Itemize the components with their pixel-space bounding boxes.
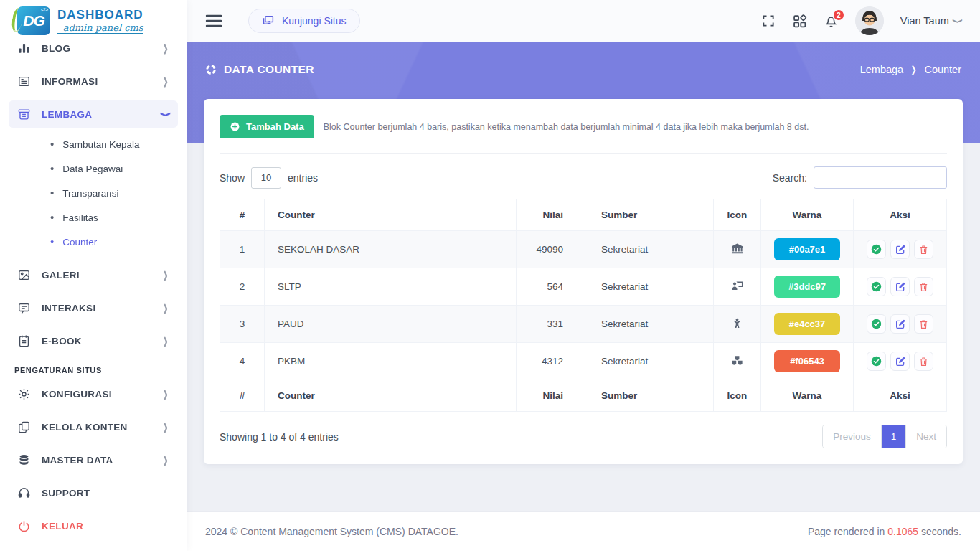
page-length-select[interactable]: 10: [251, 167, 281, 189]
counter-table: # Counter Nilai Sumber Icon Warna Aksi 1…: [220, 199, 947, 412]
approve-button[interactable]: [867, 352, 886, 371]
column-header-nilai[interactable]: Nilai: [517, 199, 588, 231]
cell-counter: SLTP: [265, 268, 517, 306]
column-header-icon[interactable]: Icon: [714, 199, 761, 231]
table-head: # Counter Nilai Sumber Icon Warna Aksi: [220, 199, 947, 231]
delete-button[interactable]: [914, 352, 933, 371]
presenter-icon: [730, 279, 745, 293]
sidebar-item-label: KELUAR: [42, 521, 83, 532]
sidebar-item-label: MASTER DATA: [42, 455, 113, 466]
column-header-counter[interactable]: Counter: [265, 199, 517, 231]
approve-button[interactable]: [867, 240, 886, 259]
fullscreen-icon[interactable]: [761, 14, 776, 28]
logo-mark-icon: DG </>: [17, 6, 50, 35]
edit-button[interactable]: [890, 240, 910, 259]
sidebar-item-galeri[interactable]: GALERI ❯: [9, 261, 178, 288]
hamburger-menu-icon[interactable]: [205, 14, 222, 27]
table-row: 4 PKBM 4312 Sekretariat #f06543: [220, 343, 947, 380]
sidebar-item-label: INTERAKSI: [42, 303, 95, 314]
chevron-right-icon: ❯: [163, 335, 169, 347]
color-badge: #e4cc37: [774, 313, 840, 335]
sidebar-item-ebook[interactable]: E-BOOK ❯: [9, 327, 178, 354]
breadcrumb: Lembaga ❯ Counter: [860, 64, 961, 75]
brand-logo[interactable]: DG </> DASHBOARD admin panel cms: [0, 0, 187, 42]
avatar[interactable]: [855, 6, 884, 35]
search-input[interactable]: [814, 166, 947, 189]
cell-counter: PAUD: [265, 306, 517, 343]
main-content: Tambah Data Blok Counter berjumlah 4 bar…: [187, 99, 980, 464]
pagination-page-1[interactable]: 1: [882, 425, 907, 448]
page-title: DATA COUNTER: [224, 63, 314, 76]
sidebar-item-konfigurasi[interactable]: KONFIGURASI ❯: [9, 380, 178, 408]
user-menu[interactable]: Vian Taum ❯: [900, 15, 961, 27]
submenu-label: Fasilitas: [62, 212, 98, 223]
bar-chart-icon: [17, 42, 31, 55]
card-header: Tambah Data Blok Counter berjumlah 4 bar…: [220, 115, 947, 154]
add-data-button[interactable]: Tambah Data: [220, 115, 314, 138]
breadcrumb-current: Counter: [924, 64, 961, 75]
submenu-item-data-pegawai[interactable]: •Data Pegawai: [0, 156, 187, 181]
delete-button[interactable]: [914, 314, 933, 334]
headset-icon: [17, 486, 31, 500]
page-length-control: Show 10 entries: [220, 167, 318, 189]
sidebar-item-informasi[interactable]: INFORMASI ❯: [9, 67, 178, 95]
power-icon: [17, 519, 31, 533]
pagination-previous[interactable]: Previous: [823, 425, 882, 448]
edit-button[interactable]: [890, 314, 910, 334]
footer-header-sumber: Sumber: [588, 380, 714, 412]
sidebar-item-lembaga[interactable]: LEMBAGA ❯: [9, 100, 178, 128]
copyright-text: 2024 © Content Management System (CMS) D…: [205, 526, 458, 537]
cell-sumber: Sekretariat: [588, 231, 714, 268]
sidebar-item-master-data[interactable]: MASTER DATA ❯: [9, 446, 178, 474]
notifications-bell-icon[interactable]: 2: [824, 14, 839, 29]
sidebar-item-keluar[interactable]: KELUAR: [9, 512, 178, 540]
visit-site-button[interactable]: Kunjungi Situs: [248, 9, 360, 33]
column-header-no[interactable]: #: [220, 199, 265, 231]
pagination-next[interactable]: Next: [906, 425, 946, 448]
university-icon: [730, 242, 744, 255]
column-header-aksi[interactable]: Aksi: [854, 199, 947, 231]
cell-counter: SEKOLAH DASAR: [265, 231, 517, 268]
visit-site-label: Kunjungi Situs: [282, 15, 347, 27]
brand-title: DASHBOARD: [57, 8, 143, 22]
edit-button[interactable]: [890, 352, 910, 371]
submenu-item-sambutan-kepala[interactable]: •Sambutan Kepala: [0, 132, 187, 156]
delete-button[interactable]: [914, 240, 933, 259]
cell-no: 2: [220, 268, 265, 306]
sidebar-item-label: KONFIGURASI: [42, 389, 112, 400]
sidebar-item-kelola-konten[interactable]: KELOLA KONTEN ❯: [9, 413, 178, 441]
chevron-right-icon: ❯: [163, 75, 169, 87]
sidebar-item-label: SUPPORT: [42, 488, 90, 499]
table-row: 2 SLTP 564 Sekretariat #3ddc97: [220, 268, 947, 306]
chat-icon: [17, 301, 31, 315]
edit-button[interactable]: [890, 277, 910, 296]
sidebar-item-support[interactable]: SUPPORT: [9, 479, 178, 507]
chevron-right-icon: ❯: [163, 454, 169, 466]
delete-button[interactable]: [914, 277, 933, 296]
column-header-sumber[interactable]: Sumber: [588, 199, 714, 231]
chevron-down-icon: ❯: [160, 111, 171, 117]
cell-no: 4: [220, 343, 265, 380]
cell-sumber: Sekretariat: [588, 306, 714, 343]
apps-grid-icon[interactable]: [792, 14, 807, 29]
data-counter-card: Tambah Data Blok Counter berjumlah 4 bar…: [204, 99, 963, 464]
row-actions: [867, 277, 933, 296]
add-data-label: Tambah Data: [246, 121, 304, 132]
column-header-warna[interactable]: Warna: [761, 199, 854, 231]
color-badge: #f06543: [774, 350, 840, 372]
sidebar-item-interaksi[interactable]: INTERAKSI ❯: [9, 294, 178, 321]
chevron-right-icon: ❯: [163, 421, 169, 433]
render-time-text: Page rendered in 0.1065 seconds.: [808, 526, 961, 537]
show-label: Show: [220, 172, 245, 184]
submenu-item-fasilitas[interactable]: •Fasilitas: [0, 205, 187, 230]
breadcrumb-parent-link[interactable]: Lembaga: [860, 64, 903, 75]
chevron-right-icon: ❯: [163, 42, 169, 54]
lembaga-submenu: •Sambutan Kepala •Data Pegawai •Transpar…: [0, 132, 187, 254]
row-actions: [867, 240, 933, 259]
approve-button[interactable]: [867, 277, 886, 296]
submenu-item-counter[interactable]: •Counter: [0, 230, 187, 254]
footer-header-counter: Counter: [265, 380, 517, 412]
submenu-item-transparansi[interactable]: •Transparansi: [0, 181, 187, 205]
cell-counter: PKBM: [265, 343, 517, 380]
approve-button[interactable]: [867, 314, 886, 334]
